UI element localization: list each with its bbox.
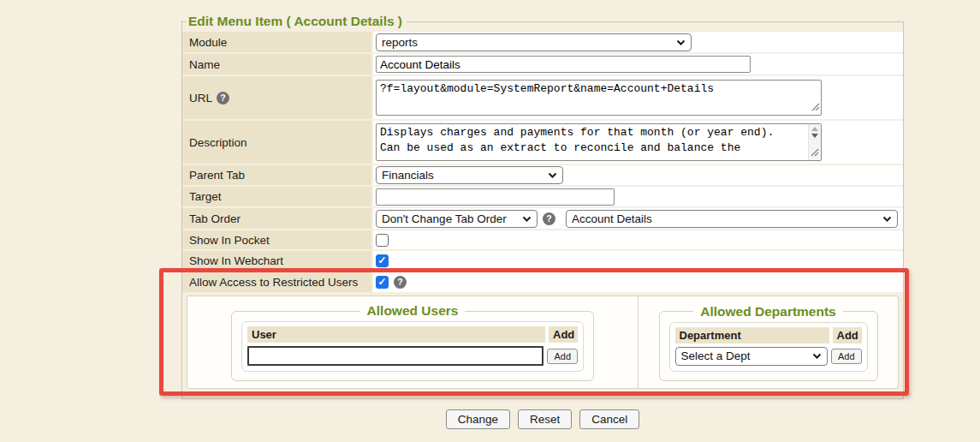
- department-select-value: Select a Dept: [681, 349, 751, 362]
- description-value-cell: Displays charges and payments for that m…: [373, 121, 903, 164]
- tab-order-item-select[interactable]: Account Details: [566, 210, 898, 228]
- module-label: Module: [182, 32, 371, 52]
- allowed-departments-controls: Select a Dept Add: [675, 347, 862, 366]
- description-row: Description Displays charges and payment…: [182, 121, 903, 164]
- edit-menu-item-fieldset: Edit Menu Item ( Account Details ) Modul…: [181, 14, 904, 399]
- department-column-header: Department: [675, 327, 829, 343]
- scroll-up-icon[interactable]: [811, 127, 818, 131]
- parent-tab-select[interactable]: Financials: [376, 166, 563, 184]
- allowed-users-header: User Add: [247, 326, 578, 343]
- form-title: Edit Menu Item ( Account Details ): [187, 14, 407, 29]
- checkmark-icon: ✓: [377, 255, 386, 266]
- checkmark-icon: ✓: [377, 277, 386, 287]
- tab-order-row: Tab Order Don't Change Tab Order ? Accou…: [182, 208, 903, 229]
- tab-order-value-cell: Don't Change Tab Order ? Account Details: [373, 208, 903, 229]
- add-column-header: Add: [549, 326, 578, 343]
- parent-tab-value-cell: Financials: [373, 165, 903, 185]
- allowed-departments-title: Allowed Departments: [693, 304, 842, 320]
- cancel-button[interactable]: Cancel: [579, 409, 639, 429]
- description-textarea-wrap: Displays charges and payments for that m…: [376, 123, 822, 161]
- show-in-pocket-value-cell: ✓: [373, 230, 903, 249]
- resize-grip-icon[interactable]: [811, 101, 820, 114]
- target-label: Target: [182, 187, 371, 206]
- add-user-button[interactable]: Add: [547, 349, 578, 364]
- scroll-down-icon[interactable]: [811, 134, 818, 138]
- name-value-cell: [373, 54, 903, 75]
- add-department-button[interactable]: Add: [831, 349, 862, 364]
- description-scrollbar[interactable]: [808, 124, 821, 160]
- url-textarea[interactable]: ?f=layout&module=SystemReport&name=Accou…: [376, 80, 822, 116]
- chevron-down-icon: [522, 216, 532, 222]
- show-in-webchart-row: Show In Webchart ✓: [182, 251, 903, 270]
- show-in-pocket-checkbox[interactable]: ✓: [376, 234, 389, 247]
- url-label-cell: URL ?: [182, 76, 371, 119]
- tab-order-label: Tab Order: [182, 208, 371, 229]
- allowed-departments-card: Department Add Select a Dept: [669, 322, 868, 372]
- url-value-cell: ?f=layout&module=SystemReport&name=Accou…: [373, 76, 903, 119]
- allow-access-checkbox[interactable]: ✓: [376, 276, 389, 289]
- chevron-down-icon: [548, 172, 557, 178]
- allowed-users-card: User Add Add: [241, 321, 584, 372]
- url-label: URL: [189, 92, 212, 105]
- tab-order-item-select-value: Account Details: [572, 212, 652, 225]
- allow-access-label: Allow Access to Restricted Users: [182, 272, 371, 292]
- parent-tab-label: Parent Tab: [182, 165, 371, 185]
- edit-menu-item-form: Edit Menu Item ( Account Details ) Modul…: [181, 14, 904, 429]
- allow-access-row: Allow Access to Restricted Users ✓ ?: [182, 272, 903, 292]
- tab-order-help-icon[interactable]: ?: [543, 212, 555, 225]
- target-value-cell: [373, 187, 903, 206]
- allowed-departments-fieldset: Allowed Departments Department Add Selec…: [659, 304, 878, 381]
- show-in-webchart-label: Show In Webchart: [182, 251, 371, 270]
- add-column-header: Add: [833, 327, 862, 343]
- chevron-down-icon: [676, 39, 686, 45]
- name-input[interactable]: [376, 56, 751, 73]
- name-row: Name: [182, 54, 903, 75]
- url-textarea-wrap: ?f=layout&module=SystemReport&name=Accou…: [376, 80, 822, 116]
- description-textarea[interactable]: Displays charges and payments for that m…: [376, 123, 822, 161]
- module-row: Module reports: [182, 32, 903, 52]
- allowed-users-title: Allowed Users: [360, 303, 466, 319]
- allowed-users-controls: Add: [247, 346, 578, 366]
- allowed-users-fieldset: Allowed Users User Add Add: [231, 303, 594, 381]
- change-button[interactable]: Change: [446, 409, 510, 429]
- target-row: Target: [182, 187, 903, 206]
- url-help-icon[interactable]: ?: [217, 92, 229, 105]
- tab-order-select-value: Don't Change Tab Order: [382, 212, 507, 225]
- allowed-departments-header: Department Add: [675, 327, 862, 343]
- user-column-header: User: [247, 326, 545, 343]
- resize-grip-icon[interactable]: [811, 146, 819, 159]
- show-in-webchart-checkbox[interactable]: ✓: [376, 254, 389, 267]
- user-input[interactable]: [247, 346, 543, 366]
- form-rows: Module reports Name U: [182, 32, 903, 389]
- restricted-access-panels-row: Allowed Users User Add Add: [187, 296, 899, 389]
- restricted-access-panels: Allowed Users User Add Add: [187, 296, 899, 389]
- tab-order-select[interactable]: Don't Change Tab Order: [376, 210, 538, 228]
- chevron-down-icon: [812, 353, 822, 359]
- show-in-pocket-row: Show In Pocket ✓: [182, 230, 903, 249]
- show-in-webchart-value-cell: ✓: [373, 251, 903, 270]
- allowed-departments-panel: Allowed Departments Department Add Selec…: [638, 296, 898, 388]
- department-select[interactable]: Select a Dept: [675, 347, 828, 366]
- module-select[interactable]: reports: [376, 33, 692, 51]
- url-row: URL ? ?f=layout&module=SystemReport&name…: [182, 76, 903, 119]
- chevron-down-icon: [882, 216, 892, 222]
- description-label: Description: [182, 121, 371, 164]
- allowed-users-panel: Allowed Users User Add Add: [187, 296, 638, 388]
- parent-tab-select-value: Financials: [382, 169, 434, 182]
- target-input[interactable]: [376, 188, 615, 206]
- show-in-pocket-label: Show In Pocket: [182, 230, 371, 249]
- reset-button[interactable]: Reset: [518, 409, 572, 429]
- name-label: Name: [182, 54, 371, 75]
- allow-access-value-cell: ✓ ?: [373, 272, 903, 292]
- form-actions: Change Reset Cancel: [181, 409, 904, 429]
- module-select-value: reports: [382, 36, 418, 49]
- allow-access-help-icon[interactable]: ?: [394, 276, 407, 289]
- parent-tab-row: Parent Tab Financials: [182, 165, 903, 185]
- module-value-cell: reports: [373, 32, 903, 52]
